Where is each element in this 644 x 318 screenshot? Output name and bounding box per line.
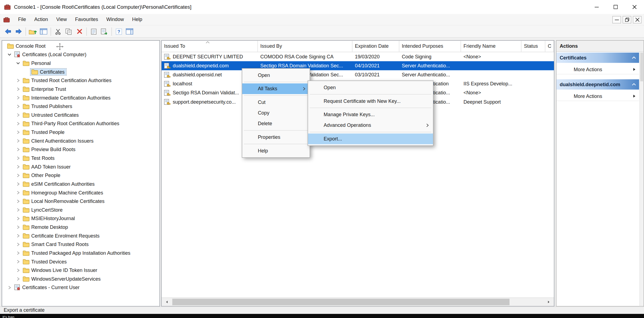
tree-item-aad-token-issuer[interactable]: AAD Token Issuer xyxy=(2,162,160,171)
back-button[interactable] xyxy=(2,26,13,36)
tree-item-certificates-current-user[interactable]: Certificates - Current User xyxy=(2,283,160,292)
tree-item-certificates[interactable]: Certificates xyxy=(2,67,160,76)
menu-item-open[interactable]: Open xyxy=(242,70,310,80)
chevron-collapsed-icon[interactable] xyxy=(14,112,22,118)
actions-scrollbar-thumb[interactable] xyxy=(640,53,643,81)
tree-item-trusted-devices[interactable]: Trusted Devices xyxy=(2,257,160,266)
chevron-collapsed-icon[interactable] xyxy=(14,121,22,126)
tree-item-windowsserverupdateservices[interactable]: WindowsServerUpdateServices xyxy=(2,274,160,283)
tree-item-trusted-people[interactable]: Trusted People xyxy=(2,128,160,136)
minimize-button[interactable] xyxy=(587,0,606,14)
forward-button[interactable] xyxy=(13,26,24,36)
tree-item-preview-build-roots[interactable]: Preview Build Roots xyxy=(2,145,160,154)
chevron-collapsed-icon[interactable] xyxy=(14,146,22,152)
tree-item-console-root[interactable]: Console Root xyxy=(2,41,160,50)
menu-item-open[interactable]: Open xyxy=(308,82,433,93)
chevron-collapsed-icon[interactable] xyxy=(14,155,22,161)
chevron-collapsed-icon[interactable] xyxy=(14,172,22,178)
column-header-friendly-name[interactable]: Friendly Name xyxy=(461,41,521,52)
menu-item-advanced-operations[interactable]: Advanced Operations xyxy=(308,120,433,131)
mdi-close-button[interactable] xyxy=(633,16,642,23)
scroll-right-button[interactable] xyxy=(544,298,553,306)
copy-button[interactable] xyxy=(63,26,74,36)
column-header-issued-by[interactable]: Issued By xyxy=(258,41,352,52)
menu-item-manage-private-keys[interactable]: Manage Private Keys... xyxy=(308,109,433,120)
actions-section-header-certificates[interactable]: Certificates xyxy=(556,53,639,63)
chevron-collapsed-icon[interactable] xyxy=(14,224,22,230)
menu-item-properties[interactable]: Properties xyxy=(242,132,310,143)
help-button[interactable]: ? xyxy=(114,26,124,36)
tree-item-msiehistoryjournal[interactable]: MSIEHistoryJournal xyxy=(2,214,160,223)
show-console-tree-button[interactable] xyxy=(38,26,49,36)
chevron-collapsed-icon[interactable] xyxy=(14,276,22,282)
tree-item-homegroup-machine-certificates[interactable]: Homegroup Machine Certificates xyxy=(2,188,160,197)
chevron-collapsed-icon[interactable] xyxy=(14,259,22,264)
menu-item-help[interactable]: Help xyxy=(242,145,310,156)
chevron-collapsed-icon[interactable] xyxy=(14,77,22,83)
tree-item-lynccertstore[interactable]: LyncCertStore xyxy=(2,205,160,214)
chevron-collapsed-icon[interactable] xyxy=(14,95,22,100)
menu-file[interactable]: File xyxy=(14,14,30,25)
scrollbar-thumb[interactable] xyxy=(172,299,509,305)
menu-item-delete[interactable]: Delete xyxy=(242,118,310,129)
actions-section-header-dualshield-deepnetid-com[interactable]: dualshield.deepnetid.com xyxy=(556,79,639,90)
menu-action[interactable]: Action xyxy=(30,14,52,25)
chevron-collapsed-icon[interactable] xyxy=(14,190,22,195)
tree-item-untrusted-certificates[interactable]: Untrusted Certificates xyxy=(2,110,160,119)
chevron-expanded-icon[interactable] xyxy=(6,52,13,57)
chevron-collapsed-icon[interactable] xyxy=(14,215,22,221)
chevron-collapsed-icon[interactable] xyxy=(6,284,13,290)
menu-window[interactable]: Window xyxy=(102,14,128,25)
certificate-row-dualshield-deepnetid-com[interactable]: dualshield.deepnetid.comSectigo RSA Doma… xyxy=(162,61,554,70)
chevron-collapsed-icon[interactable] xyxy=(14,241,22,247)
menu-item-request-certificate-with-new-key[interactable]: Request Certificate with New Key... xyxy=(308,96,433,106)
cut-button[interactable] xyxy=(53,26,63,36)
chevron-collapsed-icon[interactable] xyxy=(14,198,22,204)
column-header-c[interactable]: C xyxy=(545,41,553,52)
maximize-button[interactable] xyxy=(606,0,625,14)
chevron-collapsed-icon[interactable] xyxy=(14,267,22,273)
tree-item-local-nonremovable-certificates[interactable]: Local NonRemovable Certificates xyxy=(2,197,160,206)
delete-button[interactable] xyxy=(74,26,85,36)
show-action-pane-button[interactable] xyxy=(124,26,135,36)
up-one-level-button[interactable] xyxy=(28,26,38,36)
tree-item-third-party-root-certification-authorities[interactable]: Third-Party Root Certification Authoriti… xyxy=(2,119,160,128)
chevron-collapsed-icon[interactable] xyxy=(14,233,22,238)
tree-item-certificate-enrolment-requests[interactable]: Certificate Enrolment Requests xyxy=(2,231,160,240)
tree-item-remote-desktop[interactable]: Remote Desktop xyxy=(2,223,160,231)
menu-item-copy[interactable]: Copy xyxy=(242,108,310,118)
tree-item-windows-live-id-token-issuer[interactable]: Windows Live ID Token Issuer xyxy=(2,266,160,275)
column-header-intended-purposes[interactable]: Intended Purposes xyxy=(399,41,461,52)
tree-item-enterprise-trust[interactable]: Enterprise Trust xyxy=(2,85,160,93)
tree-item-intermediate-certification-authorities[interactable]: Intermediate Certification Authorities xyxy=(2,93,160,102)
menu-item-all-tasks[interactable]: All Tasks xyxy=(242,83,310,94)
tree-item-certificates-local-computer[interactable]: Certificates (Local Computer) xyxy=(2,50,160,59)
tree-item-trusted-packaged-app-installation-authorities[interactable]: Trusted Packaged App Installation Author… xyxy=(2,248,160,257)
chevron-collapsed-icon[interactable] xyxy=(14,250,22,256)
chevron-collapsed-icon[interactable] xyxy=(14,86,22,92)
properties-button[interactable] xyxy=(88,26,99,36)
more-actions-button[interactable]: More Actions xyxy=(556,65,639,74)
tree-item-test-roots[interactable]: Test Roots xyxy=(2,154,160,162)
chevron-expanded-icon[interactable] xyxy=(14,60,22,66)
scroll-left-button[interactable] xyxy=(162,298,171,306)
chevron-collapsed-icon[interactable] xyxy=(14,207,22,212)
menu-item-cut[interactable]: Cut xyxy=(242,97,310,108)
more-actions-button[interactable]: More Actions xyxy=(556,91,639,101)
tree-item-esim-certification-authorities[interactable]: eSIM Certification Authorities xyxy=(2,179,160,188)
menu-favourites[interactable]: Favourites xyxy=(71,14,102,25)
export-list-button[interactable] xyxy=(99,26,110,36)
mdi-restore-button[interactable] xyxy=(623,16,631,23)
actions-scrollbar[interactable] xyxy=(639,52,643,306)
tree-item-smart-card-trusted-roots[interactable]: Smart Card Trusted Roots xyxy=(2,240,160,249)
column-header-expiration-date[interactable]: Expiration Date xyxy=(352,41,399,52)
tree-item-other-people[interactable]: Other People xyxy=(2,171,160,180)
chevron-collapsed-icon[interactable] xyxy=(14,181,22,187)
chevron-collapsed-icon[interactable] xyxy=(14,129,22,135)
close-button[interactable] xyxy=(625,0,644,14)
column-header-status[interactable]: Status xyxy=(521,41,545,52)
certificate-row-deepnet-security-limited[interactable]: DEEPNET SECURITY LIMITEDCOMODO RSA Code … xyxy=(162,52,554,61)
menu-view[interactable]: View xyxy=(52,14,71,25)
chevron-collapsed-icon[interactable] xyxy=(14,164,22,169)
tree-item-trusted-root-certification-authorities[interactable]: Trusted Root Certification Authorities xyxy=(2,76,160,85)
